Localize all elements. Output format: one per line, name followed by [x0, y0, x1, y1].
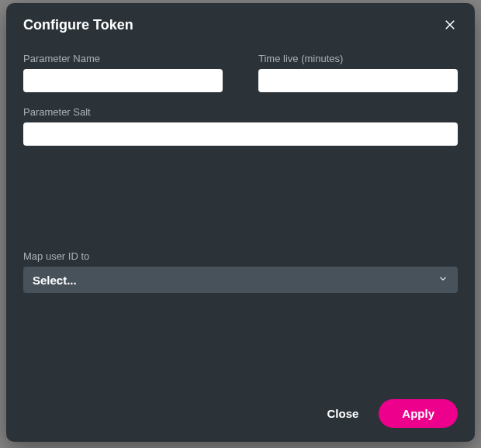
label-parameter-salt: Parameter Salt	[23, 106, 458, 118]
input-parameter-salt[interactable]	[23, 122, 458, 146]
field-map-user-id: Map user ID to Select...	[23, 250, 458, 381]
configure-token-modal: Configure Token Parameter Name Time live…	[6, 3, 475, 442]
select-map-user-id[interactable]: Select...	[23, 267, 458, 293]
close-icon-button[interactable]	[439, 14, 461, 36]
close-icon	[443, 18, 457, 32]
select-map-user-id-value: Select...	[33, 274, 77, 287]
row-1: Parameter Name Time live (minutes)	[23, 53, 458, 92]
label-parameter-name: Parameter Name	[23, 53, 223, 64]
input-parameter-name[interactable]	[23, 69, 223, 92]
field-parameter-name: Parameter Name	[23, 53, 223, 92]
apply-button[interactable]: Apply	[379, 399, 458, 428]
modal-header: Configure Token	[6, 3, 475, 47]
input-time-live[interactable]	[258, 69, 458, 92]
modal-body: Parameter Name Time live (minutes) Param…	[6, 47, 475, 388]
field-parameter-salt: Parameter Salt	[23, 106, 458, 236]
field-time-live: Time live (minutes)	[258, 53, 458, 92]
label-map-user-id: Map user ID to	[23, 250, 458, 262]
chevron-down-icon	[438, 274, 448, 287]
label-time-live: Time live (minutes)	[258, 53, 458, 64]
modal-title: Configure Token	[23, 17, 133, 33]
modal-footer: Close Apply	[6, 388, 475, 442]
close-button[interactable]: Close	[322, 401, 363, 426]
